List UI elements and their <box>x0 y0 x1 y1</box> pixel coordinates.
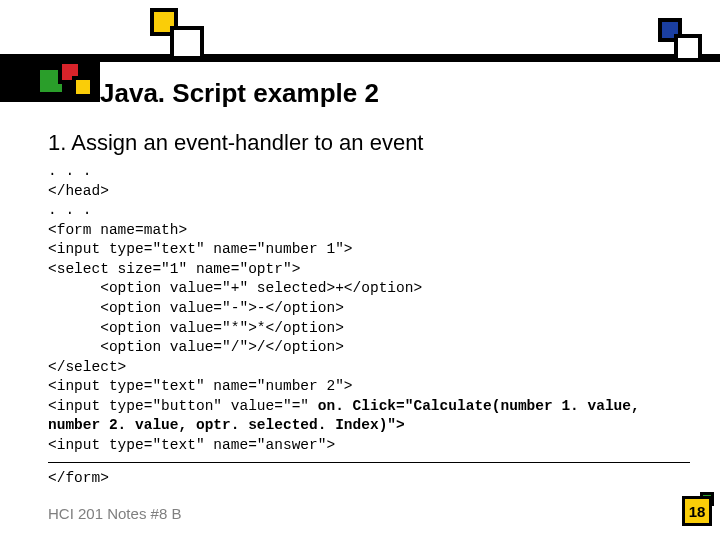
square-white-right <box>674 34 702 62</box>
rule-top <box>0 54 720 62</box>
code-after: </form> <box>48 470 109 486</box>
code-post: <input type="text" name="answer"> <box>48 437 335 453</box>
square-white-top <box>170 26 204 60</box>
slide-title: Java. Script example 2 <box>100 78 379 109</box>
code-pre: . . . </head> . . . <form name=math> <in… <box>48 163 422 414</box>
page-number-value: 18 <box>689 503 706 520</box>
slide-subtitle: 1. Assign an event-handler to an event <box>48 130 423 156</box>
page-number: 18 <box>682 496 712 526</box>
footer-text: HCI 201 Notes #8 B <box>48 505 181 522</box>
code-block: . . . </head> . . . <form name=math> <in… <box>48 162 690 455</box>
square-yellow-bottom <box>72 76 94 98</box>
divider <box>48 462 690 463</box>
